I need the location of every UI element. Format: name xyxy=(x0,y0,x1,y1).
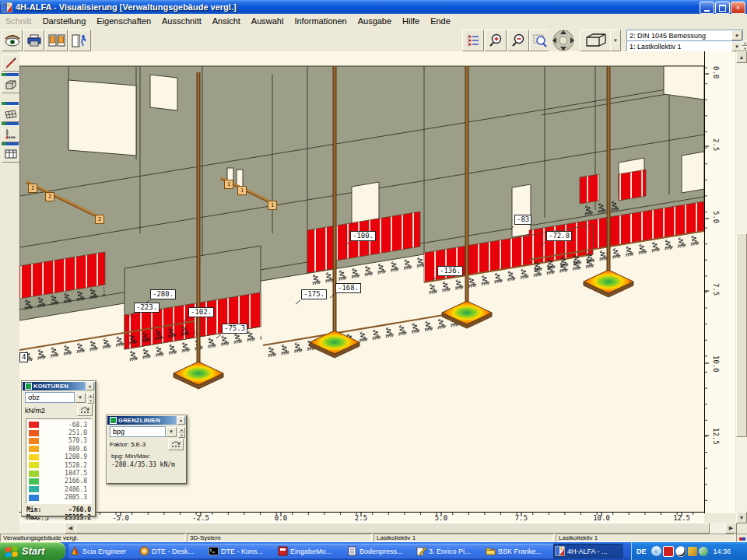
taskbar-item-eingabemo[interactable]: EingabeMo... xyxy=(276,544,346,558)
konturen-panel-titlebar[interactable]: KONTUREN ▼ xyxy=(23,382,95,390)
pages-button[interactable] xyxy=(45,30,68,51)
scale-value: 1208.9 xyxy=(39,453,89,460)
taskbar-item-scia[interactable]: Scia Engineer xyxy=(68,544,139,558)
load-collective-combo[interactable]: 1: Lastkollektiv 1 ▼ xyxy=(626,40,743,52)
taskbar-item-dte-desk[interactable]: DTE - Desk... xyxy=(138,544,208,558)
task-label: Bodenpress... xyxy=(359,548,403,555)
minmax-value: -280.4/35.33 kN/m xyxy=(111,461,186,468)
grid-icon xyxy=(5,109,17,119)
menu-ausschnitt[interactable]: Ausschnitt xyxy=(156,16,207,26)
hide-icons-chevron[interactable]: ‹ xyxy=(651,546,661,556)
taskbar-item-bodenpress[interactable]: Bodenpress... xyxy=(345,544,416,558)
box-3d-icon xyxy=(5,79,17,90)
zoom-in-button[interactable] xyxy=(485,30,507,51)
zoom-in-icon xyxy=(489,33,503,47)
taskbar-item-enrico[interactable]: 3. Enrico Pi... xyxy=(415,544,485,558)
beam-tag: 2 xyxy=(45,192,54,201)
menu-auswahl[interactable]: Auswahl xyxy=(246,16,289,26)
menu-informationen[interactable]: Informationen xyxy=(289,16,352,26)
tray-icon-red[interactable] xyxy=(663,546,674,557)
tray-icon-panda[interactable] xyxy=(675,546,686,557)
pan-button[interactable] xyxy=(549,29,578,52)
toolbar: ▼ 2: DIN 1045 Bemessung ▼ 1: Lastkollekt… xyxy=(0,28,747,52)
display-list-button[interactable] xyxy=(462,30,484,51)
status-system: 3D-System xyxy=(187,534,372,542)
grenzlinien-panel-titlebar[interactable]: GRENZLINIEN ▼ xyxy=(107,416,186,425)
pen-icon xyxy=(5,58,16,68)
display-list-icon xyxy=(466,33,480,47)
restore-button[interactable] xyxy=(715,2,730,14)
taskbar-item-bsk-folder[interactable]: BSK Franke... xyxy=(484,544,554,558)
title-bar[interactable]: 4H-ALFA - Visualisierung [Verwaltungsgeb… xyxy=(0,0,747,14)
menu-ausgabe[interactable]: Ausgabe xyxy=(352,16,397,26)
pressure-label: -83 xyxy=(514,215,531,225)
konturen-panel-title: KONTUREN xyxy=(33,383,68,390)
redline-tool-button[interactable] xyxy=(2,54,20,72)
zoom-window-icon xyxy=(533,33,547,47)
tray-icon-shield[interactable] xyxy=(699,547,708,556)
language-indicator[interactable]: DE xyxy=(637,548,647,555)
chevron-down-icon[interactable]: ▼ xyxy=(731,30,742,40)
document-icon xyxy=(347,546,357,556)
grenzlinien-spinner[interactable]: ▲▼ xyxy=(178,427,185,437)
menu-ansicht[interactable]: Ansicht xyxy=(207,16,246,26)
exit-button[interactable] xyxy=(68,30,91,51)
pressure-label: -72.8 xyxy=(546,231,572,241)
konturen-combo[interactable]: σbz xyxy=(25,392,75,403)
konturen-spinner[interactable]: ▲▼ xyxy=(87,393,94,403)
refresh-icon xyxy=(80,407,89,414)
table-tool-button[interactable] xyxy=(2,145,20,163)
scale-swatch xyxy=(29,478,39,485)
view-3d-button[interactable] xyxy=(580,30,611,51)
tray-icon-brush[interactable] xyxy=(688,547,697,556)
chevron-down-icon[interactable]: ▼ xyxy=(166,427,177,437)
print-button[interactable] xyxy=(23,30,44,51)
mesh-tool-button[interactable] xyxy=(2,105,20,122)
taskbar-item-4h-alfa[interactable]: 4H-ALFA - ... xyxy=(553,544,623,558)
konturen-panel: KONTUREN ▼ σbz ▼ ▲▼ kN/m2 -68.3 251.0 57… xyxy=(22,381,96,516)
zoom-out-button[interactable] xyxy=(507,30,529,51)
chevron-down-icon[interactable]: ▼ xyxy=(731,41,742,51)
status-loadcase-2: Lastkollektiv 1 xyxy=(556,534,735,542)
chevron-down-icon[interactable]: ▼ xyxy=(75,393,86,403)
vertical-scroll-thumb[interactable] xyxy=(736,233,747,437)
taskbar-item-dte-kons[interactable]: DTE - Kons... xyxy=(207,544,277,558)
menu-ende[interactable]: Ende xyxy=(425,16,456,26)
konturen-apply-button[interactable] xyxy=(77,404,93,416)
pressure-label: -102. xyxy=(188,307,214,317)
close-button[interactable]: × xyxy=(731,2,745,14)
zoom-window-button[interactable] xyxy=(529,30,551,51)
scale-swatch xyxy=(29,486,39,492)
view-button[interactable] xyxy=(2,30,23,51)
horizontal-scrollbar[interactable]: ◀ ▶ xyxy=(19,523,736,534)
menu-darstellung[interactable]: Darstellung xyxy=(37,16,92,26)
3d-box-tool-button[interactable] xyxy=(2,76,20,93)
menu-hilfe[interactable]: Hilfe xyxy=(397,16,425,26)
konturen-combo-value: σbz xyxy=(28,394,40,401)
faktor-value: 5.E-3 xyxy=(131,441,146,448)
max-label: Max: xyxy=(26,514,41,521)
grenzlinien-apply-button[interactable] xyxy=(168,439,184,450)
scroll-left-icon[interactable]: ◀ xyxy=(65,523,76,534)
scale-value: 1528.2 xyxy=(39,462,89,469)
status-project: Verwaltungsgebäude vergl. xyxy=(0,534,185,542)
vertical-scrollbar[interactable]: ▲ ▼ xyxy=(736,51,747,523)
panel-collapse-icon[interactable]: ▼ xyxy=(86,382,94,390)
scroll-down-icon[interactable]: ▼ xyxy=(736,512,747,523)
grenzlinien-combo[interactable]: bpg xyxy=(110,426,166,437)
horizontal-scroll-thumb[interactable] xyxy=(75,523,710,534)
minimize-button[interactable] xyxy=(700,2,714,14)
scroll-up-icon[interactable]: ▲ xyxy=(736,51,747,63)
menu-schnitt[interactable]: Schnitt xyxy=(0,16,37,26)
task-label: 3. Enrico Pi... xyxy=(429,548,471,555)
scroll-right-icon[interactable]: ▶ xyxy=(725,523,737,534)
view-3d-dropdown[interactable]: ▼ xyxy=(610,30,621,51)
design-code-combo[interactable]: 2: DIN 1045 Bemessung ▼ xyxy=(626,30,743,41)
axes-tool-button[interactable] xyxy=(2,125,20,142)
start-button[interactable]: Start xyxy=(0,542,65,560)
task-label: EingabeMo... xyxy=(290,548,331,555)
load-collective-spinner[interactable]: ▲▼ xyxy=(742,40,747,51)
ruler-tick-label: 10.0 xyxy=(712,355,720,373)
panel-collapse-icon[interactable]: ▼ xyxy=(177,416,185,425)
menu-eigenschaften[interactable]: Eigenschaften xyxy=(91,16,156,26)
